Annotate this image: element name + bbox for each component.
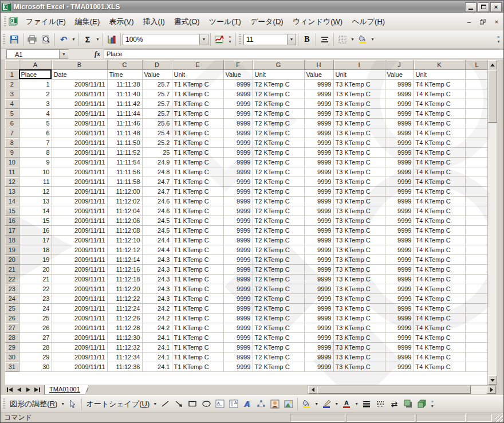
cell[interactable]: T1 KTemp C	[172, 303, 223, 313]
cell[interactable]: T2 KTemp C	[253, 293, 304, 303]
drawing-toolbar-options-button[interactable]: »▾	[428, 397, 436, 412]
cell[interactable]: 11:12:30	[107, 332, 142, 342]
row-header-11[interactable]: 11	[5, 167, 19, 177]
cell[interactable]: T3 KTemp C	[333, 235, 385, 245]
horizontal-scroll-thumb[interactable]	[317, 386, 471, 394]
cell[interactable]: T2 KTemp C	[253, 313, 304, 323]
row-header-4[interactable]: 4	[5, 99, 19, 108]
cell[interactable]: T2 KTemp C	[253, 264, 304, 274]
borders-dropdown[interactable]: ▾	[349, 33, 356, 46]
cell[interactable]: 9999	[304, 362, 333, 371]
cell[interactable]: 9999	[304, 118, 333, 128]
cell[interactable]: 24.9	[142, 157, 172, 167]
cell[interactable]	[465, 108, 487, 118]
cell[interactable]: 2009/11/11	[52, 206, 107, 216]
cell[interactable]: 24.2	[142, 303, 172, 313]
cell[interactable]: 24.1	[142, 332, 172, 342]
cell[interactable]: 9999	[385, 157, 414, 167]
cell[interactable]: 2009/11/11	[52, 167, 107, 177]
row-header-31[interactable]: 31	[5, 362, 19, 371]
cell[interactable]: 11:12:06	[107, 216, 142, 225]
cell[interactable]: 11:11:48	[107, 128, 142, 138]
row-header-10[interactable]: 10	[5, 157, 19, 167]
column-header-C[interactable]: C	[107, 60, 142, 69]
cell[interactable]: 9999	[223, 264, 253, 274]
cell[interactable]: T2 KTemp C	[253, 118, 304, 128]
cell[interactable]: 12	[19, 186, 52, 196]
cell[interactable]: 5	[19, 118, 52, 128]
cell[interactable]: 25	[19, 313, 52, 323]
cell[interactable]: T1 KTemp C	[172, 157, 223, 167]
arrow-style-button[interactable]: ⇄	[388, 397, 400, 411]
cell[interactable]: 9999	[304, 245, 333, 254]
cell[interactable]: 9999	[385, 254, 414, 264]
cell[interactable]: 2009/11/11	[52, 138, 107, 147]
row-header-28[interactable]: 28	[5, 332, 19, 342]
cell[interactable]: 24.2	[142, 323, 172, 332]
menu-item[interactable]: ファイル(F)	[21, 15, 70, 28]
cell[interactable]: T3 KTemp C	[333, 303, 385, 313]
diagram-button[interactable]	[255, 397, 267, 411]
cell[interactable]	[465, 177, 487, 186]
cell[interactable]: T2 KTemp C	[253, 245, 304, 254]
cell[interactable]: 9999	[223, 362, 253, 371]
cell[interactable]: 11:11:44	[107, 108, 142, 118]
line-style-button[interactable]	[360, 397, 373, 411]
draw-fill-color-dropdown[interactable]: ▾	[313, 397, 320, 411]
cell[interactable]: T2 KTemp C	[253, 332, 304, 342]
cell[interactable]: 24.8	[142, 167, 172, 177]
cell[interactable]: 9999	[223, 138, 253, 147]
cell[interactable]: T2 KTemp C	[253, 206, 304, 216]
cell[interactable]: Value	[142, 69, 172, 79]
cell[interactable]: 9999	[223, 186, 253, 196]
cell[interactable]	[465, 303, 487, 313]
row-header-21[interactable]: 21	[5, 264, 19, 274]
row-header-8[interactable]: 8	[5, 138, 19, 147]
cell[interactable]	[465, 216, 487, 225]
cell[interactable]: T4 KTemp C	[414, 216, 465, 225]
menu-item[interactable]: ウィンドウ(W)	[288, 15, 347, 28]
column-header-I[interactable]: I	[333, 60, 385, 69]
cell[interactable]: 9999	[385, 138, 414, 147]
menu-item[interactable]: データ(D)	[246, 15, 288, 28]
cell[interactable]: T1 KTemp C	[172, 177, 223, 186]
cell[interactable]: 24.1	[142, 362, 172, 371]
select-all-corner[interactable]	[5, 60, 19, 69]
row-header-30[interactable]: 30	[5, 352, 19, 362]
draw-menu-button[interactable]: 図形の調整(R)	[7, 397, 60, 411]
select-objects-button[interactable]	[66, 397, 79, 411]
cell[interactable]: T3 KTemp C	[333, 293, 385, 303]
cell[interactable]	[465, 79, 487, 89]
cell[interactable]: 9999	[223, 274, 253, 284]
cell[interactable]: T4 KTemp C	[414, 274, 465, 284]
menu-item[interactable]: 書式(O)	[170, 15, 204, 28]
cell[interactable]: 9999	[304, 89, 333, 99]
fill-color-button[interactable]	[356, 33, 369, 46]
cell[interactable]: 11:11:58	[107, 177, 142, 186]
cell[interactable]: 9999	[385, 323, 414, 332]
cell[interactable]: T2 KTemp C	[253, 274, 304, 284]
cell[interactable]: Unit	[253, 69, 304, 79]
toolbar-options-button[interactable]: »▾	[226, 32, 234, 47]
cell[interactable]: T2 KTemp C	[253, 254, 304, 264]
cell[interactable]: 2009/11/11	[52, 118, 107, 128]
cell[interactable]: 9999	[304, 167, 333, 177]
cell[interactable]: 9999	[304, 128, 333, 138]
cell[interactable]: T1 KTemp C	[172, 323, 223, 332]
cell[interactable]: T4 KTemp C	[414, 235, 465, 245]
column-header-A[interactable]: A	[19, 60, 52, 69]
cell[interactable]: 9999	[385, 284, 414, 293]
cell[interactable]: T2 KTemp C	[253, 108, 304, 118]
cell[interactable]: 11:12:00	[107, 186, 142, 196]
formatting-toolbar-grip[interactable]	[239, 34, 241, 45]
cell[interactable]	[465, 352, 487, 362]
cell[interactable]: T1 KTemp C	[172, 225, 223, 235]
cell[interactable]: 24.4	[142, 235, 172, 245]
cell[interactable]: T2 KTemp C	[253, 235, 304, 245]
cell[interactable]: 9999	[223, 206, 253, 216]
cell[interactable]: T3 KTemp C	[333, 157, 385, 167]
cell[interactable]	[465, 254, 487, 264]
cell[interactable]: T1 KTemp C	[172, 138, 223, 147]
row-header-13[interactable]: 13	[5, 186, 19, 196]
cell[interactable]: Unit	[172, 69, 223, 79]
